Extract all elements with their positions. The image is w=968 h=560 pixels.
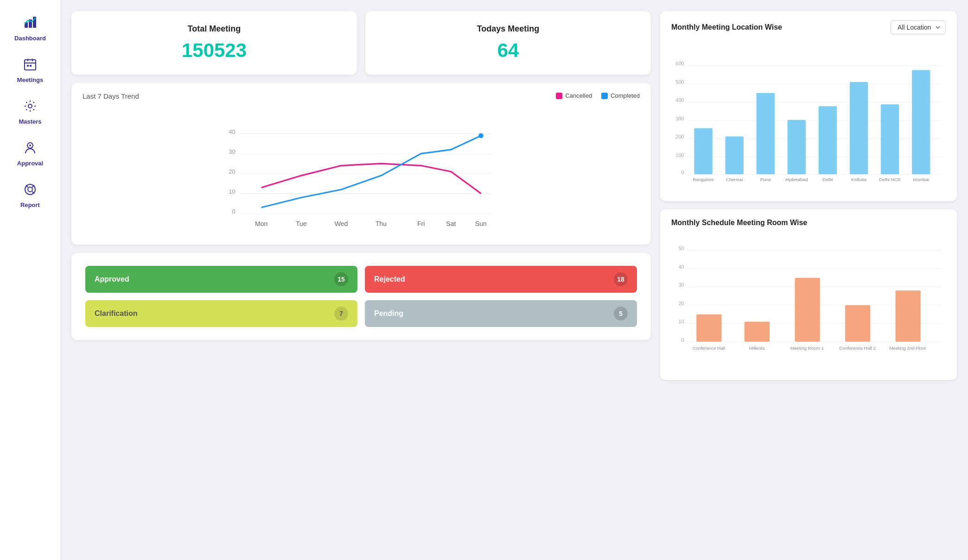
- rejected-badge[interactable]: Rejected 18: [365, 266, 637, 293]
- location-chart-header: Monthly Meeting Location Wise All Locati…: [671, 20, 946, 34]
- room-chart-card: Monthly Schedule Meeting Room Wise 0 10 …: [660, 209, 957, 380]
- sidebar: Dashboard Meetings Masters: [0, 0, 60, 560]
- svg-rect-7: [27, 65, 29, 67]
- location-dropdown[interactable]: All Location: [891, 20, 946, 34]
- svg-text:Tue: Tue: [296, 220, 307, 227]
- room-chart-svg: 0 10 20 30 40 50 Conference Hall Mil: [671, 234, 946, 369]
- svg-point-31: [478, 133, 484, 138]
- left-column: Total Meeting 150523 Todays Meeting 64 L…: [71, 11, 651, 549]
- sidebar-item-meetings[interactable]: Meetings: [0, 52, 60, 89]
- svg-text:20: 20: [679, 301, 684, 306]
- total-meeting-title: Total Meeting: [188, 24, 241, 34]
- dashboard-icon: [23, 15, 38, 33]
- svg-text:600: 600: [676, 61, 684, 66]
- svg-rect-82: [895, 290, 920, 342]
- pending-badge[interactable]: Pending 5: [365, 300, 637, 327]
- badges-card: Approved 15 Rejected 18 Clarification 7 …: [71, 253, 651, 340]
- clarification-badge[interactable]: Clarification 7: [85, 300, 357, 327]
- cancelled-label: Cancelled: [565, 92, 592, 99]
- approved-label: Approved: [95, 275, 129, 283]
- svg-text:Bangalore: Bangalore: [693, 177, 714, 182]
- approved-count: 15: [334, 272, 348, 286]
- svg-text:Delhi NCR: Delhi NCR: [879, 177, 901, 182]
- total-meeting-value: 150523: [182, 39, 247, 62]
- location-chart-svg: 0 100 200 300 400 500 600 Bangalore: [671, 42, 946, 190]
- svg-text:Millenia: Millenia: [749, 346, 765, 351]
- svg-rect-76: [745, 321, 770, 341]
- sidebar-item-report[interactable]: Report: [0, 177, 60, 214]
- sidebar-item-dashboard[interactable]: Dashboard: [0, 9, 60, 47]
- svg-text:0: 0: [681, 170, 684, 175]
- completed-label: Completed: [611, 92, 640, 99]
- sidebar-item-approval[interactable]: Approval: [0, 135, 60, 172]
- sidebar-approval-label: Approval: [17, 160, 43, 167]
- sidebar-masters-label: Masters: [19, 118, 41, 125]
- svg-text:Conference Hall: Conference Hall: [693, 346, 726, 351]
- todays-meeting-value: 64: [497, 39, 519, 62]
- svg-text:30: 30: [679, 282, 684, 288]
- svg-text:Chennai: Chennai: [726, 177, 743, 182]
- right-column: Monthly Meeting Location Wise All Locati…: [660, 11, 957, 549]
- svg-rect-46: [694, 128, 712, 175]
- svg-text:Hyderabad: Hyderabad: [785, 177, 808, 182]
- sidebar-meetings-label: Meetings: [17, 76, 43, 83]
- svg-text:0: 0: [681, 337, 684, 343]
- legend-cancelled: Cancelled: [556, 92, 592, 99]
- svg-rect-58: [881, 104, 899, 174]
- rejected-label: Rejected: [374, 275, 405, 283]
- svg-text:0: 0: [232, 208, 235, 215]
- trend-chart-legend: Cancelled Completed: [556, 92, 640, 99]
- svg-text:Sun: Sun: [475, 220, 487, 227]
- stat-cards-row: Total Meeting 150523 Todays Meeting 64: [71, 11, 651, 75]
- svg-rect-56: [850, 82, 868, 174]
- room-chart-title: Monthly Schedule Meeting Room Wise: [671, 219, 807, 227]
- svg-text:100: 100: [676, 152, 684, 158]
- pending-count: 5: [614, 307, 628, 321]
- approval-icon: [23, 141, 37, 158]
- trend-chart-title: Last 7 Days Trend: [83, 92, 139, 100]
- svg-text:Kolkata: Kolkata: [851, 177, 866, 182]
- cancelled-dot: [556, 93, 562, 99]
- svg-text:50: 50: [679, 245, 684, 251]
- svg-text:300: 300: [676, 116, 684, 121]
- svg-text:30: 30: [229, 148, 235, 155]
- rejected-count: 18: [614, 272, 628, 286]
- location-chart-title: Monthly Meeting Location Wise: [671, 23, 782, 31]
- svg-text:10: 10: [679, 319, 684, 324]
- svg-text:Pune: Pune: [760, 177, 771, 182]
- todays-meeting-title: Todays Meeting: [477, 24, 540, 34]
- pending-label: Pending: [374, 309, 403, 318]
- svg-rect-52: [788, 120, 806, 174]
- todays-meeting-card: Todays Meeting 64: [365, 11, 651, 75]
- svg-point-9: [28, 104, 32, 108]
- svg-text:Delhi: Delhi: [822, 177, 833, 182]
- svg-text:Thu: Thu: [376, 220, 387, 227]
- svg-text:Sat: Sat: [446, 220, 456, 227]
- svg-rect-54: [819, 106, 837, 174]
- approved-badge[interactable]: Approved 15: [85, 266, 357, 293]
- svg-rect-78: [795, 278, 820, 342]
- sidebar-item-masters[interactable]: Masters: [0, 94, 60, 131]
- clarification-label: Clarification: [95, 309, 137, 318]
- sidebar-report-label: Report: [20, 201, 40, 208]
- svg-text:Mumbai: Mumbai: [913, 177, 929, 182]
- svg-text:Wed: Wed: [335, 220, 348, 227]
- svg-text:10: 10: [229, 188, 235, 195]
- meetings-icon: [23, 57, 37, 75]
- location-chart-card: Monthly Meeting Location Wise All Locati…: [660, 11, 957, 201]
- svg-text:200: 200: [676, 134, 684, 139]
- svg-text:400: 400: [676, 97, 684, 103]
- completed-dot: [601, 93, 608, 99]
- sidebar-dashboard-label: Dashboard: [14, 35, 46, 42]
- svg-text:Meeting Room 1: Meeting Room 1: [790, 346, 824, 351]
- svg-rect-48: [725, 136, 743, 174]
- svg-text:500: 500: [676, 79, 684, 85]
- trend-chart-card: Last 7 Days Trend Cancelled Completed 0 …: [71, 83, 651, 245]
- svg-point-13: [28, 187, 32, 192]
- svg-text:Mon: Mon: [255, 220, 267, 227]
- trend-chart-svg: 0 10 20 30 40 Mon Tue Wed Thu Fri Sat Su…: [83, 104, 640, 233]
- total-meeting-card: Total Meeting 150523: [71, 11, 357, 75]
- svg-text:Conference Hall 2: Conference Hall 2: [839, 346, 876, 351]
- clarification-count: 7: [334, 307, 348, 321]
- svg-rect-8: [30, 65, 32, 67]
